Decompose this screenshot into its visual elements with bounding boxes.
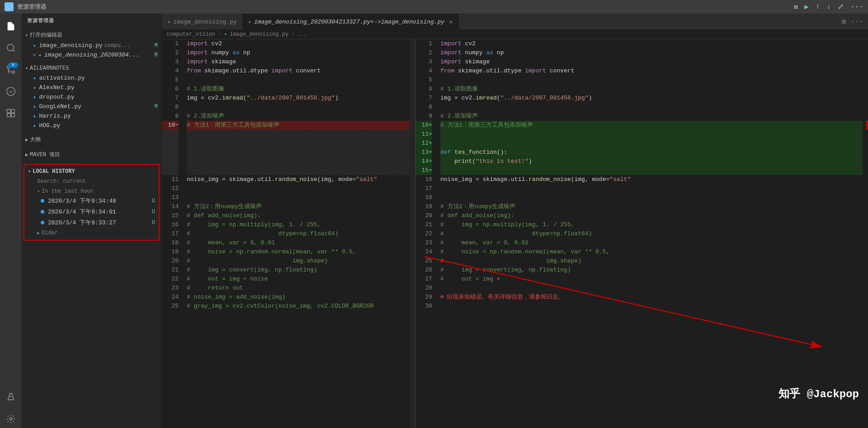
titlebar-title: 资源管理器 [17, 3, 47, 11]
right-scrollbar[interactable] [863, 39, 868, 428]
activity-debug[interactable] [2, 82, 20, 100]
file-googlenet[interactable]: ✦ GoogLeNet.py M [22, 102, 161, 111]
code-line: # noise_img = add_noise(img) [187, 293, 410, 302]
more-actions-icon[interactable]: ··· [850, 18, 863, 26]
more-icon[interactable]: ··· [850, 3, 863, 11]
code-line: # def add_noise(img): [187, 211, 410, 220]
file-alexnet-name: AlexNet.py [39, 84, 74, 91]
outline-header[interactable]: ▶ 大纲 [22, 134, 161, 145]
chevron-down-icon-4: ▾ [37, 189, 40, 194]
activity-explorer[interactable] [2, 17, 20, 35]
file-harris-name: Harris.py [39, 113, 71, 119]
main-container: 资源管理器 ▾ 打开的编辑器 ✦ image_denoising.py comp… [0, 14, 868, 428]
code-line: # 方法2：用numpy生成噪声 [440, 202, 863, 211]
activity-extensions[interactable] [2, 104, 20, 122]
tabs-bar: ✦ image_denoising.py ✦ image_denoising_2… [162, 14, 868, 29]
open-editors-label: 打开的编辑器 [30, 31, 62, 39]
app-icon: ⬡ [5, 2, 14, 11]
file-icon-dropout: ✦ [33, 93, 36, 101]
code-line [440, 76, 863, 85]
tab-close-icon[interactable]: ✕ [449, 18, 453, 26]
code-line: # return out [187, 284, 410, 293]
titlebar-controls: ⊞ ▶ ↑ ↓ ⤢ ··· [794, 2, 863, 11]
code-line: import cv2 [440, 39, 863, 48]
upload-icon[interactable]: ↑ [816, 3, 820, 11]
code-line: import skimage [187, 57, 410, 67]
titlebar-left: ⬡ 资源管理器 [5, 2, 47, 11]
left-code-content[interactable]: import cv2 import numpy as np import ski… [182, 39, 410, 428]
googlenet-badge: M [155, 104, 158, 110]
breadcrumb: computer_vision › ✦ image_denoising.py ›… [162, 29, 868, 39]
code-line: # img.shape) [187, 257, 410, 266]
expand-icon[interactable]: ⤢ [838, 2, 844, 11]
file-hog[interactable]: ✦ HOG.py [22, 121, 161, 130]
open-file-2[interactable]: ✕ ✦ image_denoising_20200304... M [22, 50, 161, 60]
open-editors-header[interactable]: ▾ 打开的编辑器 [22, 29, 161, 41]
open-file-2-name: image_denoising_20200304... [44, 52, 140, 58]
code-line: img = cv2.imread("../data/2007_001458.jp… [187, 94, 410, 103]
history-time-3: 2020/3/4 下午9:33:27 [48, 219, 150, 227]
download-icon[interactable]: ↓ [827, 3, 831, 11]
code-line: # mean, var = 0, 0.01 [187, 238, 410, 247]
code-line [187, 76, 410, 85]
older-item[interactable]: ▶ Older [24, 228, 159, 238]
file-dropout[interactable]: ✦ dropout.py [22, 92, 161, 102]
file-harris[interactable]: ✦ Harris.py [22, 111, 161, 121]
chevron-right-icon-3: ▶ [37, 230, 40, 236]
open-file-1[interactable]: ✦ image_denoising.py compu... M [22, 41, 161, 50]
history-item-3[interactable]: 2020/3/4 下午9:33:27 U [24, 217, 159, 228]
outline-section: ▶ 大纲 [22, 132, 161, 147]
code-line: from skimage.util.dtype import convert [187, 67, 410, 76]
breadcrumb-sep-2: › [291, 31, 294, 38]
svg-rect-5 [11, 114, 14, 117]
in-last-hour-label: In the last hour [42, 188, 94, 195]
maven-label: MAVEN 项目 [30, 151, 60, 158]
code-line: # dtype=np.float64) [187, 229, 410, 238]
code-line: import skimage [440, 57, 863, 67]
local-history-section: ▾ LOCAL HISTORY Search: current ▾ In the… [24, 164, 160, 241]
maven-section: ▶ MAVEN 项目 [22, 147, 161, 162]
tab-image-denoising[interactable]: ✦ image_denoising.py [162, 14, 243, 29]
svg-rect-6 [7, 114, 10, 117]
left-line-numbers: 1 2 3 4 5 6 7 8 9 10− [162, 39, 182, 428]
split-right-icon[interactable]: ⊞ [842, 17, 846, 26]
file-icon-harris: ✦ [33, 112, 36, 120]
tab-python-icon: ✦ [167, 19, 170, 25]
history-item-2[interactable]: 2020/3/4 下午9:34:01 U [24, 206, 159, 217]
code-line: # img = np.multiply(img, 1. / 255, [440, 220, 863, 229]
run-icon[interactable]: ▶ [804, 2, 809, 11]
close-icon[interactable]: ✕ [33, 52, 36, 58]
history-item-1[interactable]: 2020/3/4 下午9:34:48 U [24, 195, 159, 206]
code-line-added [440, 139, 863, 148]
maven-header[interactable]: ▶ MAVEN 项目 [22, 149, 161, 160]
activity-search[interactable] [2, 39, 20, 57]
code-line: # img = convert(img, np.floating) [440, 266, 863, 275]
activity-flask[interactable] [2, 388, 20, 406]
split-editor-icon[interactable]: ⊞ [794, 3, 797, 11]
code-line: # img.shape) [440, 257, 863, 266]
local-history-header[interactable]: ▾ LOCAL HISTORY [24, 166, 159, 176]
code-line: # noise = np.random.normal(mean, var ** … [187, 247, 410, 257]
code-line: noise_img = skimage.util.random_noise(im… [187, 175, 410, 184]
code-line-added: print("this is test!") [440, 157, 863, 166]
chevron-right-icon-2: ▶ [25, 152, 28, 157]
file-icon-activation: ✦ [33, 74, 36, 82]
code-line: # out = img + noise [187, 275, 410, 284]
file-alexnet[interactable]: ✦ AlexNet.py [22, 83, 161, 92]
right-editor-scroll[interactable]: 1 2 3 4 5 6 7 8 9 10+ 11+ 12+ 13+ 14+ [415, 39, 868, 428]
ailearnnotes-header[interactable]: ▾ AILEARNNOTES [22, 63, 161, 73]
breadcrumb-part-3: ... [297, 31, 307, 38]
chevron-down-icon-3: ▾ [28, 169, 31, 174]
activity-settings[interactable] [2, 410, 20, 428]
history-badge-2: U [152, 209, 155, 215]
left-editor-scroll[interactable]: 1 2 3 4 5 6 7 8 9 10− [162, 39, 415, 428]
svg-point-8 [9, 418, 12, 420]
code-line: # mean, var = 0, 0.01 [440, 238, 863, 247]
code-line: # 1.读取图像 [187, 85, 410, 94]
history-dot-2 [41, 210, 44, 214]
code-line: # 2.添加噪声 [440, 112, 863, 121]
file-activation[interactable]: ✦ activation.py [22, 73, 161, 83]
activity-source-control[interactable] [2, 61, 20, 79]
right-code-content[interactable]: import cv2 import numpy as np import ski… [436, 39, 863, 428]
tab-diff[interactable]: ✦ image_denoising_20200304213327.py<->im… [243, 14, 459, 29]
